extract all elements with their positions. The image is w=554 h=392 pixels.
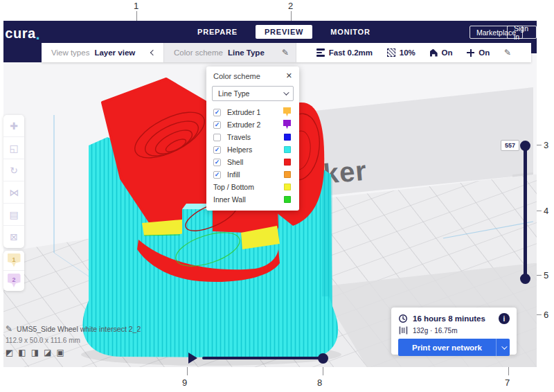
view-types-label: View types	[51, 48, 89, 57]
model-dimensions: 112.9 x 50.0 x 111.6 mm	[6, 337, 141, 344]
info-icon[interactable]: i	[499, 313, 510, 324]
support-setting[interactable]: On	[430, 48, 453, 57]
color-scheme-value: Line Type	[228, 48, 265, 57]
legend-row-shell: ✓ Shell	[206, 157, 299, 168]
mirror-tool-icon[interactable]: ⋈	[3, 181, 24, 204]
signin-button[interactable]: Sign in	[507, 26, 537, 39]
color-swatch	[284, 159, 291, 166]
extruder-panel: 1 2	[3, 251, 24, 291]
play-button[interactable]	[188, 353, 197, 364]
tab-prepare[interactable]: PREPARE	[197, 28, 238, 36]
callout-5: 5	[544, 270, 548, 280]
layer-number-box[interactable]: 557	[501, 140, 519, 151]
color-scheme-label: Color scheme	[174, 48, 223, 57]
tab-monitor[interactable]: MONITOR	[330, 28, 370, 36]
callout-9: 9	[182, 377, 187, 388]
close-icon[interactable]: ✕	[286, 71, 292, 80]
layer-slider-bottom-handle[interactable]	[520, 274, 530, 284]
view-types-selector[interactable]: View types Layer view	[42, 43, 163, 62]
checkbox[interactable]: ✓	[213, 109, 221, 116]
rotate-tool-icon[interactable]: ↻	[3, 159, 24, 181]
color-swatch	[284, 184, 291, 190]
front-view-icon[interactable]: ◧	[18, 348, 26, 357]
logo-text: cura	[5, 26, 35, 42]
print-time: 16 hours 8 minutes	[413, 314, 494, 323]
callout-line-8	[323, 366, 323, 375]
simulation-slider-track[interactable]	[202, 357, 323, 359]
color-scheme-popup: Color scheme ✕ Line Type ✓ Extruder 1 ✓ …	[206, 66, 299, 211]
extruder-1-badge: 1	[8, 253, 21, 268]
material-usage: 132g · 16.75m	[413, 327, 458, 335]
support-cube	[182, 209, 213, 241]
legend-row-extruder-2: ✓ Extruder 2	[206, 119, 299, 130]
chevron-left-icon[interactable]	[150, 50, 156, 55]
color-swatch	[283, 120, 291, 130]
right-view-icon[interactable]: ▣	[56, 348, 64, 357]
edit-settings-icon[interactable]: ✎	[504, 48, 511, 57]
stage-menu-bar: View types Layer view Color scheme Line …	[42, 43, 531, 62]
print-options-dropdown[interactable]	[496, 339, 510, 356]
page: 1 2 3 4 5 6 7 8 9	[0, 0, 554, 392]
layer-slider-top-handle[interactable]	[520, 141, 530, 151]
color-swatch	[284, 171, 291, 178]
legend-row-extruder-1: ✓ Extruder 1	[206, 107, 299, 118]
legend-row-infill: ✓ Infill	[206, 169, 299, 180]
color-swatch	[284, 196, 291, 203]
layer-slider-track[interactable]	[524, 145, 527, 278]
profile-setting[interactable]: Fast 0.2mm	[316, 48, 373, 57]
extruder-1-button[interactable]: 1	[3, 251, 24, 271]
adhesion-setting[interactable]: On	[467, 48, 490, 57]
legend-row-travels: Travels	[206, 132, 299, 143]
color-swatch	[284, 146, 291, 153]
legend-row-top-bottom: Top / Bottom	[206, 181, 299, 193]
tab-preview[interactable]: PREVIEW	[256, 25, 312, 39]
model-name: UMS5_Side Wheel white intersect 2_2	[17, 325, 141, 333]
callout-line-9	[187, 366, 188, 375]
callout-line-2	[291, 11, 292, 21]
view-orientation-bar: ◩ ◧ ◨ ◪ ▣	[6, 348, 141, 357]
print-over-network-button[interactable]: Print over network	[398, 339, 510, 356]
left-view-icon[interactable]: ◪	[44, 348, 51, 357]
checkbox[interactable]: ✓	[213, 146, 221, 154]
print-settings-summary[interactable]: Fast 0.2mm 10% On On ✎	[296, 43, 531, 62]
chevron-down-icon	[501, 344, 507, 349]
callout-7: 7	[505, 377, 510, 388]
scale-tool-icon[interactable]: ◱	[3, 137, 24, 159]
infill-setting[interactable]: 10%	[387, 48, 416, 57]
color-scheme-dropdown[interactable]: Line Type	[212, 86, 294, 101]
rename-icon[interactable]: ✎	[6, 324, 12, 334]
per-model-settings-icon[interactable]: ▤	[3, 204, 24, 226]
infill-icon	[387, 48, 395, 57]
model-info: ✎ UMS5_Side Wheel white intersect 2_2 11…	[6, 324, 141, 357]
3d-view-icon[interactable]: ◩	[6, 348, 13, 357]
edit-icon[interactable]: ✎	[282, 48, 289, 57]
checkbox[interactable]	[213, 134, 221, 141]
extruder-2-button[interactable]: 2	[3, 271, 24, 291]
support-blocker-icon[interactable]: ⊠	[3, 226, 24, 248]
support-icon	[430, 49, 438, 57]
color-scheme-selector[interactable]: Color scheme Line Type ✎	[163, 43, 296, 62]
callout-1: 1	[134, 1, 138, 11]
callout-6: 6	[544, 310, 548, 320]
legend-row-inner-wall: Inner Wall	[206, 194, 299, 205]
top-view-icon[interactable]: ◨	[31, 348, 39, 357]
callout-3: 3	[544, 140, 548, 150]
cura-logo: cura.	[3, 21, 42, 62]
tool-panel: ✚ ◱ ↻ ⋈ ▤ ⊠	[3, 115, 24, 248]
move-tool-icon[interactable]: ✚	[3, 115, 24, 137]
view-types-value: Layer view	[94, 48, 135, 57]
legend-row-helpers: ✓ Helpers	[206, 144, 299, 155]
callout-2: 2	[288, 1, 293, 11]
color-swatch	[283, 107, 291, 117]
material-spool-icon	[399, 326, 408, 335]
logo-dot: .	[36, 26, 40, 44]
checkbox[interactable]: ✓	[213, 171, 221, 179]
simulation-slider-handle[interactable]	[318, 353, 328, 364]
callout-4: 4	[544, 206, 548, 216]
extruder-2-badge: 2	[8, 274, 21, 288]
checkbox[interactable]: ✓	[213, 121, 221, 129]
layers-icon	[316, 48, 325, 57]
checkbox[interactable]: ✓	[213, 159, 221, 166]
popup-title: Color scheme	[213, 72, 260, 80]
stage-tabs: PREPARE PREVIEW MONITOR	[197, 21, 370, 43]
